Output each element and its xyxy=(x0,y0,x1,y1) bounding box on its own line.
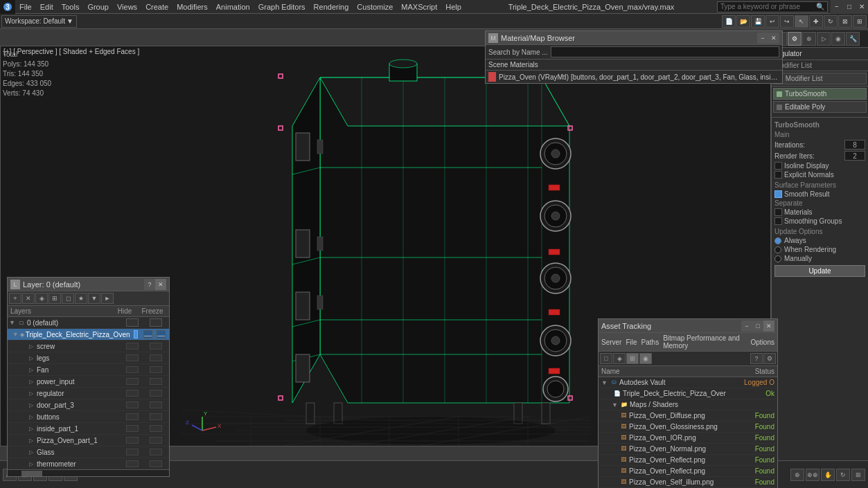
viewport-maximize[interactable]: ⊞ xyxy=(851,469,865,481)
asset-item[interactable]: 🖼 Pizza_Oven_Self_illum.png Found xyxy=(599,477,777,488)
layer-item[interactable]: ▷ thermometer xyxy=(8,458,169,469)
viewport-zoom[interactable]: ⊕ xyxy=(790,469,804,481)
layer-item[interactable]: ▼ ◈ Triple_Deck_Electric_Pizza_Oven — — xyxy=(8,329,169,341)
toolbar-new[interactable]: 📄 xyxy=(722,15,736,28)
viewport-pan[interactable]: ✋ xyxy=(821,469,835,481)
layer-item[interactable]: ▷ door_part_3 xyxy=(8,399,169,411)
layer-item[interactable]: ▷ Pizza_Oven_part_1 xyxy=(8,435,169,446)
asset-item[interactable]: ▼ ⛁ Autodesk Vault Logged O xyxy=(599,377,777,388)
layer-item[interactable]: ▷ Glass xyxy=(8,446,169,458)
viewport-zoom-all[interactable]: ⊕⊕ xyxy=(806,469,820,481)
asset-btn-3[interactable]: ⊞ xyxy=(626,353,639,364)
layer-hide-toggle[interactable] xyxy=(126,390,139,397)
viewport-arc-rotate[interactable]: ↻ xyxy=(836,469,850,481)
menu-animation[interactable]: Animation xyxy=(212,1,254,12)
layers-select-layer-btn[interactable]: ◻ xyxy=(62,293,74,304)
layers-scroll-thumb[interactable] xyxy=(21,471,42,476)
rp-display2-icon[interactable]: ◉ xyxy=(831,32,845,46)
toolbar-move[interactable]: ✚ xyxy=(809,15,823,28)
asset-btn-settings[interactable]: ⚙ xyxy=(763,353,776,364)
menu-maxscript[interactable]: MAXScript xyxy=(397,1,441,12)
ts-manually-radio[interactable] xyxy=(774,255,781,262)
layer-freeze-toggle[interactable] xyxy=(150,343,162,350)
search-bar[interactable]: 🔍 xyxy=(717,1,828,12)
toolbar-scale[interactable]: ⊠ xyxy=(838,15,852,28)
layer-freeze-toggle[interactable] xyxy=(150,318,162,327)
layers-close-button[interactable]: ✕ xyxy=(155,279,166,290)
layer-hide-toggle[interactable] xyxy=(126,425,139,432)
asset-menu-paths[interactable]: Paths xyxy=(641,338,659,346)
asset-menu-server[interactable]: Server xyxy=(601,338,621,346)
layer-freeze-toggle[interactable] xyxy=(150,460,162,467)
asset-item[interactable]: ▼ 📁 Maps / Shaders xyxy=(599,399,777,410)
layer-item[interactable]: ▷ buttons xyxy=(8,411,169,423)
modifier-editable-poly[interactable]: Editable Poly xyxy=(773,101,867,113)
ts-materials-checkbox[interactable] xyxy=(774,208,782,216)
layer-item[interactable]: ▼ □ 0 (default) xyxy=(8,317,169,329)
layer-hide-toggle[interactable] xyxy=(126,437,139,444)
asset-btn-2[interactable]: ◈ xyxy=(613,353,626,364)
mat-item[interactable]: Pizza_Oven (VRayMtl) [buttons, door_part… xyxy=(486,71,782,83)
mat-browser-minimize[interactable]: − xyxy=(757,33,768,44)
asset-item[interactable]: 🖼 Pizza_Oven_Glossiness.png Found xyxy=(599,422,777,433)
layers-add-obj-btn[interactable]: ◈ xyxy=(35,293,48,304)
asset-minimize[interactable]: − xyxy=(741,320,752,332)
modifier-turbosmooth[interactable]: TurboSmooth xyxy=(773,88,867,100)
layer-freeze-toggle[interactable] xyxy=(150,437,162,444)
layer-item[interactable]: ▷ screw xyxy=(8,341,169,352)
asset-item[interactable]: 📄 Triple_Deck_Electric_Pizza_Oven_max_vr… xyxy=(599,388,777,399)
menu-group[interactable]: Group xyxy=(83,1,113,12)
modifier-dropdown[interactable]: ▼ Modifier List xyxy=(773,73,867,84)
asset-item[interactable]: 🖼 Pizza_Oven_Diffuse.png Found xyxy=(599,410,777,422)
menu-file[interactable]: File xyxy=(15,1,36,12)
menu-tools[interactable]: Tools xyxy=(57,1,84,12)
menu-rendering[interactable]: Rendering xyxy=(310,1,353,12)
rp-motion-icon[interactable]: ▷ xyxy=(817,32,831,46)
layer-freeze-toggle[interactable] xyxy=(150,354,162,361)
mat-browser-close[interactable]: ✕ xyxy=(768,33,779,44)
menu-edit[interactable]: Edit xyxy=(36,1,57,12)
layers-expand-btn[interactable]: ▼ xyxy=(88,293,100,304)
asset-item[interactable]: 🖼 Pizza_Oven_IOR.png Found xyxy=(599,433,777,444)
layer-item[interactable]: ▷ legs xyxy=(8,352,169,364)
layers-scrollbar[interactable] xyxy=(8,469,169,476)
maximize-button[interactable]: □ xyxy=(843,0,856,14)
layer-hide-toggle[interactable] xyxy=(126,401,139,408)
toolbar-snap[interactable]: ⊞ xyxy=(853,15,867,28)
layer-hide-toggle[interactable]: — xyxy=(143,330,152,338)
layers-collapse-btn[interactable]: ► xyxy=(101,293,114,304)
layers-delete-btn[interactable]: ✕ xyxy=(22,293,35,304)
layer-freeze-toggle[interactable] xyxy=(150,449,162,455)
layers-help-button[interactable]: ? xyxy=(144,279,155,290)
layer-freeze-toggle[interactable] xyxy=(150,390,162,397)
asset-menu-bitmap[interactable]: Bitmap Performance and Memory xyxy=(663,334,746,350)
minimize-button[interactable]: − xyxy=(831,0,843,14)
layer-hide-toggle[interactable] xyxy=(126,378,139,385)
layer-hide-toggle[interactable] xyxy=(126,366,139,373)
rp-hierarchy-icon[interactable]: ⊕ xyxy=(802,32,816,46)
asset-item[interactable]: 🖼 Pizza_Oven_Reflect.png Found xyxy=(599,455,777,466)
workspace-dropdown[interactable]: Workspace: Default ▼ xyxy=(1,15,77,28)
layer-item[interactable]: ▷ inside_part_1 xyxy=(8,423,169,435)
asset-btn-4[interactable]: ◉ xyxy=(639,353,652,364)
layer-freeze-toggle[interactable] xyxy=(150,401,162,408)
close-button[interactable]: ✕ xyxy=(856,0,868,14)
ts-iterations-input[interactable] xyxy=(844,140,865,150)
layer-hide-toggle[interactable] xyxy=(126,318,139,327)
layer-freeze-toggle[interactable]: — xyxy=(157,330,166,338)
layer-item[interactable]: ▷ Fan xyxy=(8,364,169,376)
asset-item[interactable]: 🖼 Pizza_Oven_Normal.png Found xyxy=(599,444,777,455)
ts-explicit-normals-checkbox[interactable] xyxy=(774,171,782,179)
asset-maximize[interactable]: □ xyxy=(752,320,763,332)
layer-freeze-toggle[interactable] xyxy=(150,413,162,420)
ts-isoline-checkbox[interactable] xyxy=(774,162,782,170)
menu-help[interactable]: Help xyxy=(441,1,466,12)
menu-modifiers[interactable]: Modifiers xyxy=(172,1,212,12)
layer-hide-toggle[interactable] xyxy=(126,449,139,455)
rp-utilities-icon[interactable]: 🔧 xyxy=(846,32,860,46)
asset-btn-1[interactable]: □ xyxy=(600,353,612,364)
layer-item[interactable]: ▷ regulator xyxy=(8,388,169,399)
menu-create[interactable]: Create xyxy=(141,1,172,12)
asset-item[interactable]: 🖼 Pizza_Oven_Reflect.png Found xyxy=(599,466,777,477)
toolbar-redo[interactable]: ↪ xyxy=(780,15,794,28)
